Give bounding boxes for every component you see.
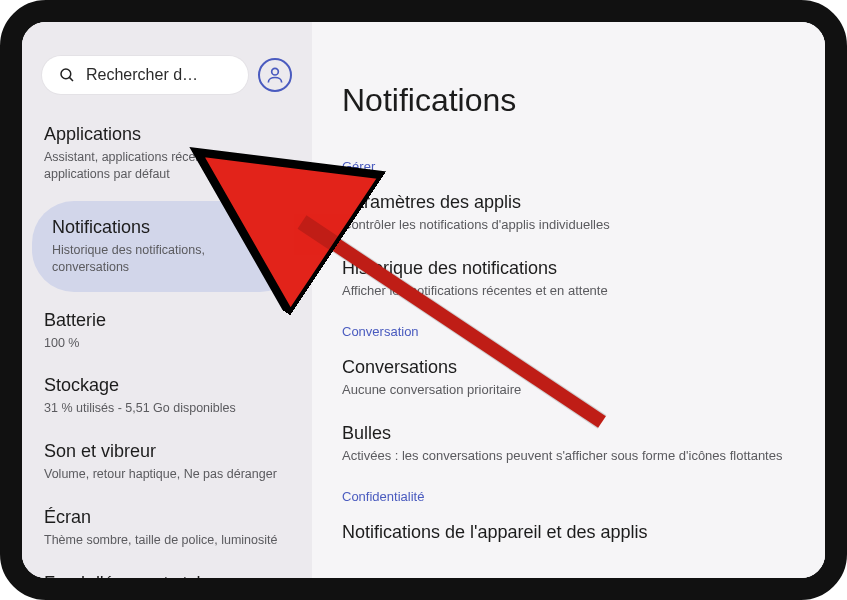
search-input[interactable]: Rechercher d… xyxy=(42,56,248,94)
setting-historique-notifications[interactable]: Historique des notifications Afficher le… xyxy=(342,258,795,298)
search-row: Rechercher d… xyxy=(22,46,312,112)
sidebar-item-title: Applications xyxy=(44,124,290,145)
setting-conversations[interactable]: Conversations Aucune conversation priori… xyxy=(342,357,795,397)
setting-notifications-appareil-applis[interactable]: Notifications de l'appareil et des appli… xyxy=(342,522,795,543)
sidebar-item-title: Notifications xyxy=(52,217,282,238)
sidebar-item-stockage[interactable]: Stockage 31 % utilisés - 5,51 Go disponi… xyxy=(22,363,312,429)
sidebar-item-notifications[interactable]: Notifications Historique des notificatio… xyxy=(32,201,302,292)
camera-dots xyxy=(410,8,438,12)
sidebar-item-subtitle: Thème sombre, taille de police, luminosi… xyxy=(44,532,290,549)
setting-subtitle: Contrôler les notifications d'applis ind… xyxy=(342,217,795,232)
search-placeholder: Rechercher d… xyxy=(86,66,198,84)
page-title: Notifications xyxy=(342,82,795,119)
main-pane: Notifications Gérer Paramètres des appli… xyxy=(312,22,825,578)
sidebar-item-title: Stockage xyxy=(44,375,290,396)
section-label-gerer: Gérer xyxy=(342,159,795,174)
setting-title: Historique des notifications xyxy=(342,258,795,279)
sidebar-item-applications[interactable]: Applications Assistant, applications réc… xyxy=(22,112,312,195)
setting-parametres-applis[interactable]: Paramètres des applis Contrôler les noti… xyxy=(342,192,795,232)
search-icon xyxy=(58,66,76,84)
sidebar-item-title: Son et vibreur xyxy=(44,441,290,462)
svg-point-0 xyxy=(61,69,71,79)
tablet-frame: Rechercher d… Applications Assistant, ap… xyxy=(0,0,847,600)
sidebar-item-subtitle: 31 % utilisés - 5,51 Go disponibles xyxy=(44,400,290,417)
setting-title: Bulles xyxy=(342,423,795,444)
person-icon xyxy=(265,65,285,85)
sidebar-item-ecran[interactable]: Écran Thème sombre, taille de police, lu… xyxy=(22,495,312,561)
screen: Rechercher d… Applications Assistant, ap… xyxy=(22,22,825,578)
setting-subtitle: Aucune conversation prioritaire xyxy=(342,382,795,397)
setting-title: Conversations xyxy=(342,357,795,378)
setting-bulles[interactable]: Bulles Activées : les conversations peuv… xyxy=(342,423,795,463)
svg-line-1 xyxy=(69,77,73,81)
account-avatar[interactable] xyxy=(258,58,292,92)
svg-point-2 xyxy=(272,68,279,75)
sidebar-item-title: Fond d'écran et style xyxy=(44,573,290,594)
setting-subtitle: Activées : les conversations peuvent s'a… xyxy=(342,448,795,463)
settings-sidebar: Rechercher d… Applications Assistant, ap… xyxy=(22,22,312,578)
sidebar-item-subtitle: Historique des notifications, conversati… xyxy=(52,242,282,276)
section-label-confidentialite: Confidentialité xyxy=(342,489,795,504)
sidebar-item-fond-decran[interactable]: Fond d'écran et style Couleurs, icônes à… xyxy=(22,561,312,600)
sidebar-item-subtitle: Assistant, applications récentes, applic… xyxy=(44,149,290,183)
sidebar-item-batterie[interactable]: Batterie 100 % xyxy=(22,298,312,364)
sidebar-item-subtitle: 100 % xyxy=(44,335,290,352)
section-label-conversation: Conversation xyxy=(342,324,795,339)
sidebar-item-title: Batterie xyxy=(44,310,290,331)
sidebar-item-son-et-vibreur[interactable]: Son et vibreur Volume, retour haptique, … xyxy=(22,429,312,495)
setting-title: Paramètres des applis xyxy=(342,192,795,213)
setting-subtitle: Afficher les notifications récentes et e… xyxy=(342,283,795,298)
sidebar-item-subtitle: Volume, retour haptique, Ne pas déranger xyxy=(44,466,290,483)
setting-title: Notifications de l'appareil et des appli… xyxy=(342,522,795,543)
sidebar-item-title: Écran xyxy=(44,507,290,528)
